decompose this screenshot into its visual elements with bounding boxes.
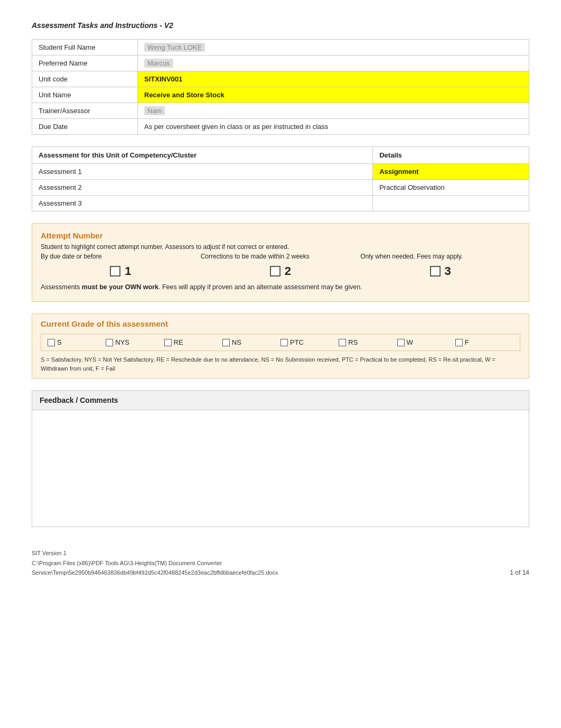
attempt-section: Attempt Number Student to highlight corr…	[32, 223, 529, 302]
grade-options: S NYS RE NS PTC RS W F	[41, 334, 520, 351]
footer-left: SIT Version 1 C:\Program Files (x86)\PDF…	[32, 548, 278, 578]
grade-checkbox-nys[interactable]	[106, 339, 113, 346]
attempt-box-3: 3	[430, 264, 451, 278]
trainer-name-blurred: Nam	[144, 106, 165, 115]
grade-checkbox-rs[interactable]	[339, 339, 346, 346]
grade-checkbox-ns[interactable]	[222, 339, 230, 346]
info-label-unitcode: Unit code	[32, 71, 138, 87]
grade-option-w: W	[397, 338, 455, 346]
assessment-table: Assessment for this Unit of Competency/C…	[32, 146, 529, 211]
attempt-title: Attempt Number	[41, 231, 520, 240]
grade-label-nys: NYS	[115, 338, 129, 346]
info-row-preferred: Preferred Name Marcus	[32, 56, 529, 71]
grade-label-w: W	[407, 338, 413, 346]
assessment-label-2: Assessment 2	[32, 180, 373, 196]
attempt-own-work-bold: must be your OWN work	[82, 283, 158, 291]
grade-label-rs: RS	[348, 338, 358, 346]
attempt-description: Student to highlight correct attempt num…	[41, 243, 520, 251]
info-value-student: Weng Tuck LOKE	[138, 40, 529, 56]
attempt-col3: Only when needed. Fees may apply.	[360, 253, 520, 260]
assessment-col1-header: Assessment for this Unit of Competency/C…	[32, 147, 373, 164]
attempt-number-3: 3	[445, 264, 451, 278]
grade-checkbox-ptc[interactable]	[280, 339, 288, 346]
info-row-duedate: Due Date As per coversheet given in clas…	[32, 119, 529, 135]
grade-option-s: S	[48, 338, 106, 346]
info-row-unitcode: Unit code SITXINV001	[32, 71, 529, 87]
attempt-checkbox-3[interactable]	[430, 266, 441, 277]
grade-label-s: S	[57, 338, 62, 346]
footer-line3: Service\Temp\5e2950b946463836db49bf492d5…	[32, 568, 278, 578]
assessment-label-3: Assessment 3	[32, 196, 373, 211]
preferred-name-blurred: Marcus	[144, 59, 173, 68]
grade-option-re: RE	[164, 338, 222, 346]
grade-legend: S = Satisfactory, NYS = Not Yet Satisfac…	[41, 355, 520, 373]
attempt-boxes: 1 2 3	[41, 264, 520, 278]
assessment-row-3: Assessment 3	[32, 196, 529, 211]
attempt-checkbox-2[interactable]	[270, 266, 280, 277]
footer-line2: C:\Program Files (x86)\PDF Tools AG\3-He…	[32, 558, 278, 568]
info-value-trainer: Nam	[138, 103, 529, 119]
attempt-number-1: 1	[125, 264, 131, 278]
info-row-student: Student Full Name Weng Tuck LOKE	[32, 40, 529, 56]
assessment-col2-header: Details	[373, 147, 529, 164]
grade-option-nys: NYS	[106, 338, 164, 346]
grade-checkbox-s[interactable]	[48, 339, 55, 346]
assessment-row-1: Assessment 1 Assignment	[32, 164, 529, 180]
attempt-number-2: 2	[285, 264, 291, 278]
attempt-own-work-suffix: . Fees will apply if proven and an alter…	[158, 283, 362, 291]
info-value-duedate: As per coversheet given in class or as p…	[138, 119, 529, 135]
feedback-section: Feedback / Comments	[32, 390, 529, 527]
attempt-box-1: 1	[110, 264, 131, 278]
feedback-body[interactable]	[32, 410, 529, 527]
feedback-header: Feedback / Comments	[32, 391, 529, 410]
grade-title: Current Grade of this assessment	[41, 319, 520, 328]
info-label-student: Student Full Name	[32, 40, 138, 56]
assessment-detail-3	[373, 196, 529, 211]
page-title: Assessment Tasks and Instructions - V2	[32, 21, 529, 30]
grade-checkbox-f[interactable]	[455, 339, 463, 346]
attempt-checkbox-1[interactable]	[110, 266, 120, 277]
grade-label-ns: NS	[232, 338, 241, 346]
grade-label-re: RE	[174, 338, 183, 346]
info-value-preferred: Marcus	[138, 56, 529, 71]
attempt-own-work-prefix: Assessments	[41, 283, 82, 291]
assessment-detail-1: Assignment	[373, 164, 529, 180]
footer: SIT Version 1 C:\Program Files (x86)\PDF…	[32, 548, 529, 578]
assessment-row-2: Assessment 2 Practical Observation	[32, 180, 529, 196]
grade-option-ns: NS	[222, 338, 280, 346]
attempt-box-2: 2	[270, 264, 291, 278]
info-label-preferred: Preferred Name	[32, 56, 138, 71]
info-label-trainer: Trainer/Assessor	[32, 103, 138, 119]
grade-checkbox-re[interactable]	[164, 339, 172, 346]
grade-option-f: F	[455, 338, 513, 346]
attempt-columns: By due date or before Corrections to be …	[41, 253, 520, 260]
assessment-detail-2: Practical Observation	[373, 180, 529, 196]
grade-section: Current Grade of this assessment S NYS R…	[32, 314, 529, 379]
grade-option-ptc: PTC	[280, 338, 339, 346]
info-row-trainer: Trainer/Assessor Nam	[32, 103, 529, 119]
grade-label-ptc: PTC	[290, 338, 304, 346]
info-label-duedate: Due Date	[32, 119, 138, 135]
grade-checkbox-w[interactable]	[397, 339, 405, 346]
attempt-col1: By due date or before	[41, 253, 201, 260]
info-table: Student Full Name Weng Tuck LOKE Preferr…	[32, 39, 529, 135]
student-name-blurred: Weng Tuck LOKE	[144, 43, 205, 52]
info-value-unitcode: SITXINV001	[138, 71, 529, 87]
info-row-unitname: Unit Name Receive and Store Stock	[32, 87, 529, 103]
footer-page-number: 1 of 14	[510, 567, 529, 578]
attempt-col2: Corrections to be made within 2 weeks	[201, 253, 361, 260]
grade-option-rs: RS	[339, 338, 397, 346]
info-label-unitname: Unit Name	[32, 87, 138, 103]
info-value-unitname: Receive and Store Stock	[138, 87, 529, 103]
assessment-label-1: Assessment 1	[32, 164, 373, 180]
grade-label-f: F	[465, 338, 469, 346]
attempt-own-work: Assessments must be your OWN work. Fees …	[41, 283, 520, 291]
footer-line1: SIT Version 1	[32, 548, 278, 558]
